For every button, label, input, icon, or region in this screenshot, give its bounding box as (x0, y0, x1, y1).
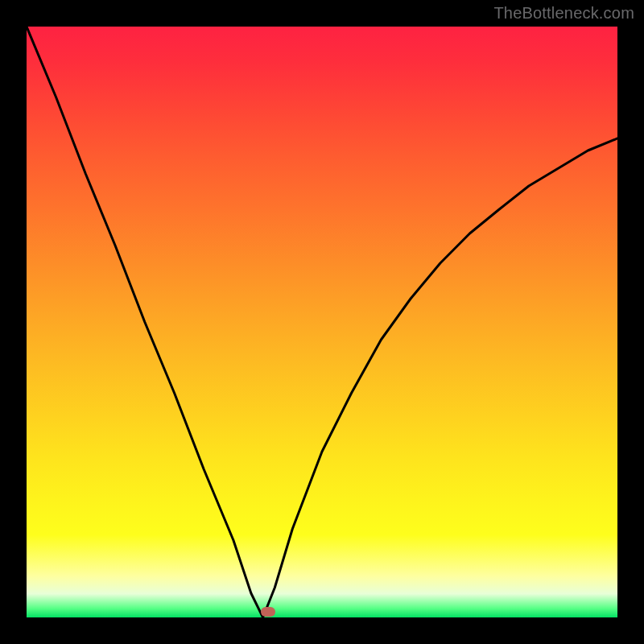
bottleneck-curve (27, 27, 617, 617)
watermark-text: TheBottleneck.com (493, 4, 634, 23)
optimal-marker (261, 607, 275, 617)
plot-area (27, 27, 617, 617)
chart-frame: TheBottleneck.com (0, 0, 644, 644)
curve-path (27, 27, 617, 617)
